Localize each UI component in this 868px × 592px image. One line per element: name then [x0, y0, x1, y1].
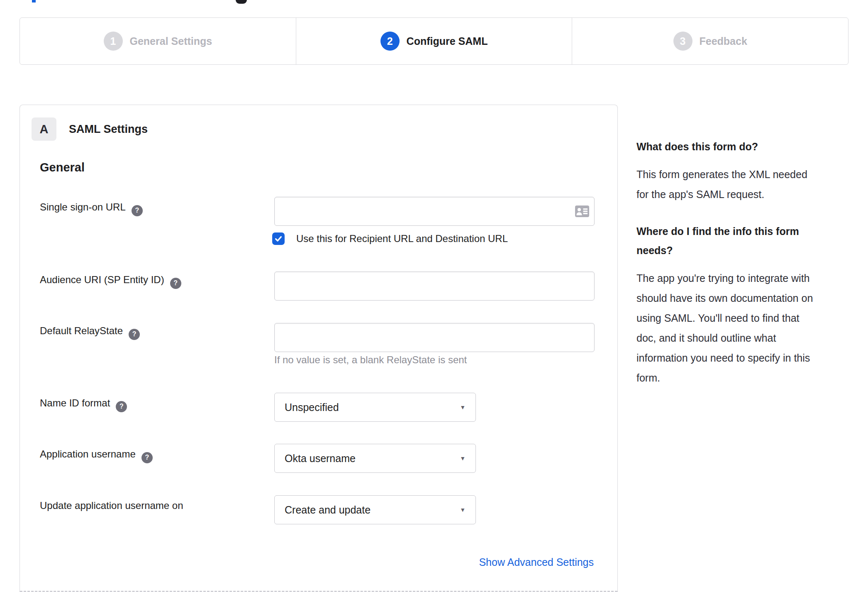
help-section: What does this form do? This form genera… [636, 137, 856, 204]
step-label: Configure SAML [407, 35, 488, 47]
help-icon[interactable]: ? [116, 401, 127, 412]
sso-url-input[interactable] [274, 197, 595, 226]
selected-value: Create and update [285, 504, 371, 516]
help-icon[interactable]: ? [170, 278, 181, 289]
step-label: General Settings [130, 35, 212, 47]
application-username-select[interactable]: Okta username ▼ [274, 444, 476, 473]
step-feedback[interactable]: 3 Feedback [572, 18, 848, 64]
show-advanced-settings-link[interactable]: Show Advanced Settings [479, 556, 594, 568]
help-body: The app you're trying to integrate with … [636, 268, 856, 388]
step-configure-saml[interactable]: 2 Configure SAML [296, 18, 572, 64]
help-section: Where do I find the info this form needs… [636, 222, 856, 388]
general-section-heading: General [40, 161, 85, 174]
recipient-url-checkbox-row: Use this for Recipient URL and Destinati… [272, 232, 508, 245]
saml-settings-panel: A SAML Settings General Single sign-on U… [20, 105, 618, 592]
dropdown-arrow-icon: ▼ [460, 404, 466, 411]
step-number-badge: 1 [104, 32, 123, 51]
dropdown-arrow-icon: ▼ [460, 506, 466, 513]
help-icon[interactable]: ? [129, 329, 140, 340]
relay-state-hint: If no value is set, a blank RelayState i… [274, 354, 467, 366]
cut-off-app-logo-fragment [236, 0, 247, 4]
step-number-badge: 3 [673, 32, 692, 51]
update-username-select[interactable]: Create and update ▼ [274, 495, 476, 524]
step-number-badge: 2 [380, 32, 400, 51]
sso-url-label: Single sign-on URL? [40, 201, 143, 216]
help-sidebar: What does this form do? This form genera… [636, 137, 856, 388]
recipient-url-checkbox-label: Use this for Recipient URL and Destinati… [296, 233, 508, 245]
selected-value: Unspecified [285, 401, 339, 413]
step-general-settings[interactable]: 1 General Settings [20, 18, 296, 64]
application-username-label: Application username? [40, 448, 153, 463]
help-body: This form generates the XML needed for t… [636, 164, 856, 204]
checkmark-icon [274, 234, 283, 243]
help-icon[interactable]: ? [141, 452, 153, 463]
help-heading: Where do I find the info this form needs… [636, 222, 856, 260]
panel-title: SAML Settings [69, 117, 148, 141]
name-id-format-label: Name ID format? [40, 397, 127, 412]
update-username-label: Update application username on [40, 500, 183, 511]
audience-uri-label: Audience URI (SP Entity ID)? [40, 274, 181, 289]
help-icon[interactable]: ? [132, 205, 143, 216]
section-a-badge: A [32, 117, 56, 141]
help-heading: What does this form do? [636, 137, 856, 156]
relay-state-label: Default RelayState? [40, 325, 140, 340]
wizard-stepper: 1 General Settings 2 Configure SAML 3 Fe… [20, 17, 848, 65]
audience-uri-input[interactable] [274, 272, 595, 301]
name-id-format-select[interactable]: Unspecified ▼ [274, 393, 476, 422]
recipient-url-checkbox[interactable] [272, 232, 285, 245]
cut-off-blue-fragment [32, 0, 36, 2]
selected-value: Okta username [285, 453, 356, 465]
step-label: Feedback [700, 35, 747, 47]
relay-state-input[interactable] [274, 323, 595, 352]
dropdown-arrow-icon: ▼ [460, 455, 466, 462]
